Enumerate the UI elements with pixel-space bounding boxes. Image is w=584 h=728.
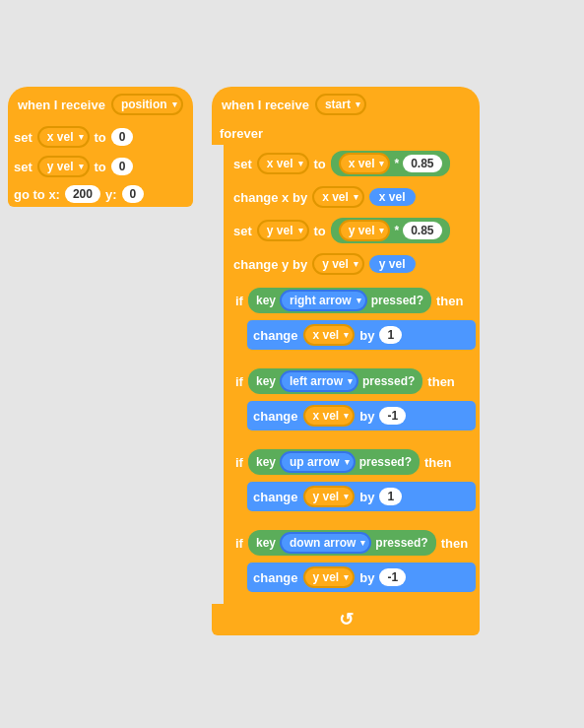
if-body-1: change x vel by 1 bbox=[247, 318, 476, 352]
change-x-var[interactable]: x vel bbox=[312, 186, 364, 208]
change-y-lbl: change y by bbox=[233, 257, 307, 272]
to-label-2: to bbox=[95, 160, 106, 174]
if-footer-1 bbox=[227, 352, 476, 358]
goto-block[interactable]: go to x: 200 y: 0 bbox=[8, 181, 193, 207]
if-header-1[interactable]: if key right arrow pressed? then bbox=[227, 283, 476, 318]
by-lbl-2: by bbox=[359, 409, 374, 424]
if-label-2: if bbox=[235, 374, 243, 389]
forever-body: set x vel to x vel * 0.85 change x by x … bbox=[224, 145, 480, 604]
then-label-2: then bbox=[427, 374, 454, 389]
if-condition-3[interactable]: key up arrow pressed? bbox=[248, 449, 420, 475]
yvel-change-val-3[interactable]: 1 bbox=[379, 488, 402, 505]
then-label-3: then bbox=[424, 455, 451, 470]
yvel-inner-dd[interactable]: y vel bbox=[339, 220, 391, 241]
change-xvel-row-2[interactable]: change x vel by -1 bbox=[247, 401, 476, 430]
change-lbl-3: change bbox=[253, 490, 298, 504]
if-footer-2 bbox=[227, 432, 476, 438]
if-footer-3 bbox=[227, 513, 476, 519]
left-block-group: when I receive position set x vel to 0 s… bbox=[8, 87, 193, 207]
to-lbl-r3: to bbox=[314, 224, 326, 238]
set-yvel-mul-block[interactable]: set y vel to y vel * 0.85 bbox=[227, 214, 476, 247]
if-label-4: if bbox=[235, 536, 243, 551]
xvel-change-dd-1[interactable]: x vel bbox=[303, 324, 356, 346]
xvel-dd-r1[interactable]: x vel bbox=[257, 153, 309, 174]
change-y-block[interactable]: change y by y vel y vel bbox=[227, 249, 476, 279]
xvel-change-dd-2[interactable]: x vel bbox=[303, 405, 356, 427]
change-lbl-1: change bbox=[253, 328, 298, 343]
by-lbl-3: by bbox=[359, 490, 374, 504]
if-header-3[interactable]: if key up arrow pressed? then bbox=[227, 444, 476, 480]
y-vel-dropdown-1[interactable]: y vel bbox=[37, 156, 90, 177]
pressed-label-3: pressed? bbox=[359, 455, 412, 469]
if-label-1: if bbox=[235, 294, 243, 308]
y-val-1[interactable]: 0 bbox=[111, 158, 134, 175]
mul-op: * bbox=[394, 157, 399, 170]
right-hat-block[interactable]: when I receive start bbox=[212, 87, 480, 122]
yvel-mul-oval[interactable]: y vel * 0.85 bbox=[331, 218, 450, 243]
set-y-vel-block[interactable]: set y vel to 0 bbox=[8, 152, 193, 181]
xvel-mul-val[interactable]: 0.85 bbox=[403, 155, 441, 172]
left-hat-dropdown[interactable]: position bbox=[111, 94, 183, 115]
if-label-3: if bbox=[235, 455, 243, 470]
right-when-label: when I receive bbox=[222, 98, 309, 112]
if-condition-1[interactable]: key right arrow pressed? bbox=[248, 288, 431, 313]
x-vel-dropdown-1[interactable]: x vel bbox=[37, 126, 90, 148]
xvel-change-val-1[interactable]: 1 bbox=[379, 326, 402, 344]
forever-label: forever bbox=[212, 122, 480, 145]
pressed-label-2: pressed? bbox=[362, 374, 415, 388]
if-block-4: if key down arrow pressed? then change y… bbox=[227, 525, 476, 600]
change-yvel-row-3[interactable]: change y vel by 1 bbox=[247, 482, 476, 511]
by-lbl-4: by bbox=[359, 570, 374, 585]
pressed-label-1: pressed? bbox=[371, 294, 423, 307]
yvel-change-dd-3[interactable]: y vel bbox=[303, 486, 356, 507]
arrow-dropdown-3[interactable]: up arrow bbox=[280, 451, 356, 473]
arrow-dropdown-4[interactable]: down arrow bbox=[280, 532, 371, 554]
if-block-1: if key right arrow pressed? then change … bbox=[227, 283, 476, 358]
by-lbl-1: by bbox=[359, 328, 374, 343]
to-lbl-r1: to bbox=[314, 157, 326, 171]
goto-y-val[interactable]: 0 bbox=[122, 185, 145, 203]
if-block-3: if key up arrow pressed? then change y v… bbox=[227, 444, 476, 519]
key-label-3: key bbox=[256, 455, 276, 469]
arrow-dropdown-2[interactable]: left arrow bbox=[280, 370, 358, 392]
set-lbl-r3: set bbox=[233, 224, 252, 238]
left-hat-block[interactable]: when I receive position bbox=[8, 87, 193, 122]
right-panel: when I receive start forever set x vel t… bbox=[212, 87, 480, 635]
change-y-var[interactable]: y vel bbox=[312, 253, 364, 275]
change-yvel-row-4[interactable]: change y vel by -1 bbox=[247, 563, 476, 592]
change-x-val: x vel bbox=[369, 188, 416, 206]
yvel-dd-r3[interactable]: y vel bbox=[257, 220, 309, 241]
set-lbl-r1: set bbox=[233, 157, 252, 171]
if-condition-4[interactable]: key down arrow pressed? bbox=[248, 530, 436, 556]
yvel-mul-val[interactable]: 0.85 bbox=[403, 222, 441, 239]
change-x-lbl: change x by bbox=[233, 190, 307, 205]
right-hat-dropdown[interactable]: start bbox=[315, 94, 366, 115]
to-label-1: to bbox=[95, 130, 106, 145]
if-header-4[interactable]: if key down arrow pressed? then bbox=[227, 525, 476, 561]
change-x-block[interactable]: change x by x vel x vel bbox=[227, 182, 476, 212]
change-xvel-row-1[interactable]: change x vel by 1 bbox=[247, 320, 476, 350]
if-header-2[interactable]: if key left arrow pressed? then bbox=[227, 364, 476, 399]
xvel-mul-oval[interactable]: x vel * 0.85 bbox=[331, 151, 450, 176]
goto-y-label: y: bbox=[105, 187, 117, 202]
xvel-inner-dd[interactable]: x vel bbox=[339, 153, 391, 174]
set-label-1: set bbox=[14, 130, 32, 145]
goto-x-val[interactable]: 200 bbox=[65, 185, 100, 203]
x-val-1[interactable]: 0 bbox=[111, 128, 134, 146]
rotate-icon: ↺ bbox=[339, 609, 354, 630]
yvel-change-dd-4[interactable]: y vel bbox=[303, 566, 356, 588]
left-panel: when I receive position set x vel to 0 s… bbox=[8, 87, 193, 207]
if-block-2: if key left arrow pressed? then change x… bbox=[227, 364, 476, 438]
set-x-vel-block[interactable]: set x vel to 0 bbox=[8, 122, 193, 152]
change-lbl-2: change bbox=[253, 409, 298, 424]
when-i-receive-label: when I receive bbox=[18, 98, 105, 112]
arrow-dropdown-1[interactable]: right arrow bbox=[280, 290, 367, 311]
if-body-4: change y vel by -1 bbox=[247, 561, 476, 594]
yvel-change-val-4[interactable]: -1 bbox=[379, 568, 406, 586]
forever-footer: ↺ bbox=[212, 604, 480, 635]
xvel-change-val-2[interactable]: -1 bbox=[379, 407, 406, 425]
key-label-2: key bbox=[256, 374, 276, 388]
right-block-group: when I receive start forever set x vel t… bbox=[212, 87, 480, 635]
set-xvel-mul-block[interactable]: set x vel to x vel * 0.85 bbox=[227, 147, 476, 180]
if-condition-2[interactable]: key left arrow pressed? bbox=[248, 368, 422, 394]
